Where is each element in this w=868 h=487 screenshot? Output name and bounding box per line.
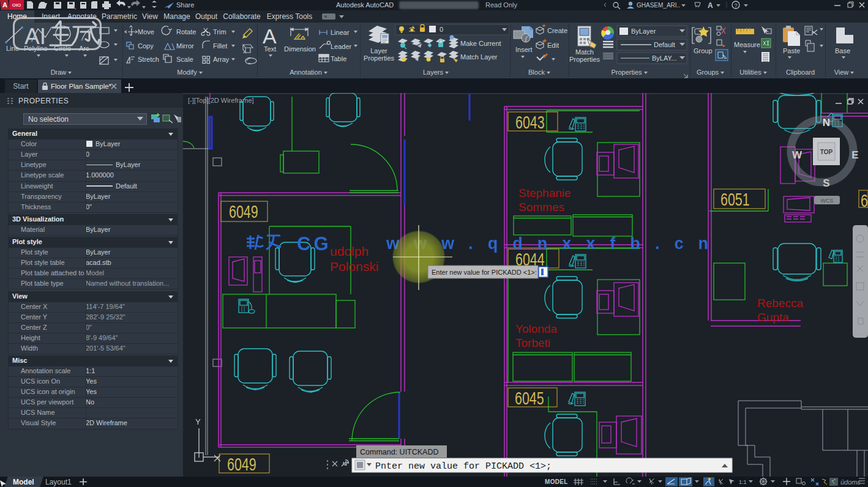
svg-text:Match Layer: Match Layer — [460, 53, 498, 61]
svg-text:Sommes: Sommes — [518, 201, 564, 214]
svg-text:Group: Group — [694, 47, 713, 54]
svg-text:S: S — [823, 177, 829, 189]
svg-text:Mirror: Mirror — [176, 42, 194, 50]
svg-text:A: A — [2, 1, 7, 9]
svg-text:Stretch: Stretch — [138, 56, 159, 63]
svg-text:ByLAY...: ByLAY... — [652, 54, 677, 62]
svg-text:OIO: OIO — [12, 2, 21, 8]
svg-text:W: W — [792, 149, 803, 161]
svg-text:Leader: Leader — [331, 43, 352, 50]
svg-text:Base: Base — [835, 47, 850, 54]
svg-text:Edit: Edit — [547, 42, 559, 49]
svg-text:6043: 6043 — [515, 113, 545, 132]
svg-text:GHASEM_ARI..: GHASEM_ARI.. — [637, 2, 680, 9]
svg-text:6045: 6045 — [515, 388, 544, 408]
svg-text:TOP: TOP — [820, 149, 833, 155]
svg-text:Insert: Insert — [515, 46, 533, 53]
svg-text:üdomε: üdomε — [840, 478, 861, 486]
svg-text:Stephanie: Stephanie — [518, 187, 571, 199]
svg-text:1:1: 1:1 — [739, 479, 747, 485]
svg-text:Torbeti: Torbeti — [515, 336, 550, 349]
svg-text:Create: Create — [547, 27, 567, 34]
svg-text:?: ? — [734, 2, 737, 9]
svg-text:Paste: Paste — [783, 47, 800, 54]
svg-text:ByLayer: ByLayer — [631, 28, 656, 35]
svg-text:Scale: Scale — [176, 56, 193, 63]
svg-text:6049: 6049 — [229, 202, 258, 221]
svg-text:Fillet: Fillet — [213, 42, 227, 50]
svg-text:Rebecca: Rebecca — [757, 297, 803, 310]
svg-text:A: A — [708, 1, 713, 10]
svg-text:6: 6 — [861, 191, 868, 210]
svg-text:Array: Array — [213, 56, 230, 63]
svg-text:Match: Match — [575, 48, 594, 56]
svg-text:6049: 6049 — [227, 455, 256, 474]
svg-text:Measure: Measure — [734, 41, 760, 48]
svg-text:Table: Table — [331, 55, 346, 62]
svg-text:Share: Share — [176, 1, 194, 9]
svg-text:Make Current: Make Current — [460, 40, 501, 47]
svg-text:A: A — [263, 24, 277, 48]
svg-text:6051: 6051 — [720, 190, 750, 209]
svg-text:Rotate: Rotate — [176, 28, 196, 35]
svg-text:Trim: Trim — [213, 28, 226, 35]
svg-text:Polonski: Polonski — [330, 259, 378, 273]
svg-text:WCS: WCS — [821, 198, 834, 204]
svg-text:Dimension: Dimension — [284, 45, 316, 53]
svg-text:Properties: Properties — [569, 56, 600, 63]
svg-text:E: E — [851, 149, 858, 161]
svg-text:Command: UITCKADD: Command: UITCKADD — [360, 448, 439, 456]
svg-text:[-][Top][2D Wireframe]: [-][Top][2D Wireframe] — [188, 97, 254, 104]
svg-text:Y: Y — [195, 417, 201, 426]
svg-text:Yolonda: Yolonda — [515, 322, 557, 335]
svg-text:Linear: Linear — [331, 29, 350, 36]
svg-text:CG: CG — [297, 233, 332, 255]
svg-text:Properties: Properties — [364, 54, 395, 62]
svg-text:N: N — [823, 117, 830, 128]
svg-text:Enter new value for PICKADD <1: Enter new value for PICKADD <1>: — [432, 269, 537, 276]
svg-text:Gupta: Gupta — [757, 311, 789, 324]
svg-text:Pnter new value for PICKADD <1: Pnter new value for PICKADD <1>; — [375, 461, 552, 472]
svg-text:0: 0 — [440, 26, 443, 33]
svg-text:Copy: Copy — [138, 42, 154, 50]
svg-text:udolph: udolph — [330, 244, 369, 258]
svg-text:Layer: Layer — [370, 47, 387, 54]
svg-text:AI: AI — [24, 24, 46, 48]
svg-text:Default: Default — [654, 41, 675, 48]
svg-text:Text: Text — [264, 45, 276, 53]
svg-text:Move: Move — [138, 28, 154, 35]
